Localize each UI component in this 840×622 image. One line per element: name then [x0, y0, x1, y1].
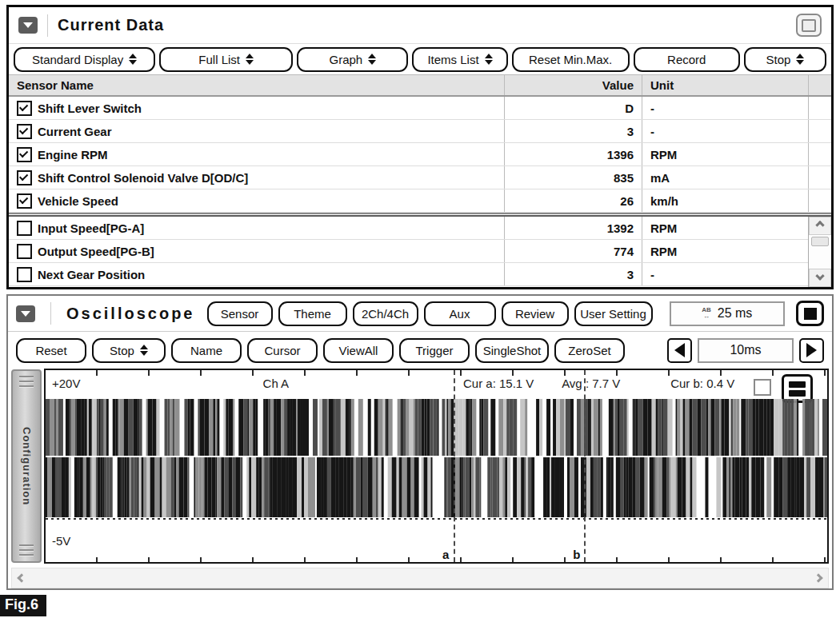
maximize-button[interactable] — [796, 14, 822, 37]
sensor-unit: mA — [642, 166, 808, 189]
button-reset-min-max[interactable]: Reset Min.Max. — [512, 47, 630, 72]
sensor-value: D — [504, 97, 642, 119]
sensor-unit: RPM — [642, 143, 808, 165]
button-trigger[interactable]: Trigger — [399, 338, 470, 363]
sensor-name: Current Gear — [38, 125, 112, 138]
divider — [47, 14, 48, 37]
chevron-down-icon — [815, 271, 824, 280]
button-label: Graph — [330, 53, 363, 66]
timebase-display: 10ms — [698, 338, 794, 363]
button-sensor[interactable]: Sensor — [207, 301, 273, 326]
sensor-table-extra-section: Input Speed[PG-A]1392RPMOutput Speed[PG-… — [9, 217, 831, 287]
grip-icon — [19, 544, 34, 556]
button-theme[interactable]: Theme — [278, 301, 347, 326]
spinner-icon — [368, 54, 376, 65]
button-cursor[interactable]: Cursor — [247, 338, 318, 363]
timebase-decrease-button[interactable] — [667, 338, 692, 363]
button-items-list[interactable]: Items List — [412, 47, 507, 72]
button-viewall[interactable]: ViewAll — [323, 338, 394, 363]
button-graph[interactable]: Graph — [297, 47, 408, 72]
button-full-list[interactable]: Full List — [159, 47, 293, 72]
cursor-a-value-label: Cur a: 15.1 V — [463, 377, 534, 390]
vertical-scrollbar[interactable] — [808, 217, 831, 287]
oscilloscope-control-row: ResetStopNameCursorViewAllTriggerSingleS… — [8, 332, 832, 369]
current-data-titlebar: Current Data — [9, 7, 831, 44]
button-label: Name — [190, 344, 222, 357]
unchecked-checkbox[interactable] — [17, 244, 32, 259]
cursor-time-display: AB ↔ 25 ms — [670, 301, 786, 326]
cursor-b-value-label: Cur b: 0.4 V — [670, 377, 734, 390]
sensor-row-output-speed-pg-b: Output Speed[PG-B]774RPM — [9, 240, 831, 263]
top-tick-marks — [46, 370, 827, 376]
voltage-min-label: -5V — [52, 534, 70, 548]
unchecked-checkbox[interactable] — [17, 267, 32, 282]
button-zeroset[interactable]: ZeroSet — [554, 338, 625, 363]
sensor-name: Next Gear Position — [38, 268, 145, 281]
button-standard-display[interactable]: Standard Display — [14, 47, 155, 72]
cursor-b-line[interactable] — [584, 370, 586, 562]
button-stop[interactable]: Stop — [92, 338, 166, 363]
sensor-name: Vehicle Speed — [38, 194, 118, 208]
spinner-icon — [796, 54, 804, 65]
button-name[interactable]: Name — [171, 338, 242, 363]
sensor-row-current-gear: Current Gear3- — [9, 120, 831, 143]
scroll-down-button[interactable] — [809, 269, 831, 287]
sensor-value: 1392 — [504, 217, 642, 239]
spinner-icon — [246, 54, 254, 65]
collapse-button[interactable] — [16, 305, 35, 322]
configuration-tab[interactable]: Configuration — [11, 369, 42, 563]
button-label: Aux — [450, 307, 470, 321]
sensor-value: 3 — [504, 120, 642, 142]
table-header: Sensor Name Value Unit — [9, 74, 831, 97]
collapse-button[interactable] — [18, 17, 38, 34]
button-reset[interactable]: Reset — [16, 338, 86, 363]
button-label: Sensor — [221, 307, 259, 321]
button-user-setting[interactable]: User Setting — [574, 301, 653, 326]
button-label: Stop — [110, 344, 134, 357]
button-aux[interactable]: Aux — [424, 301, 496, 326]
sensor-unit: - — [642, 263, 808, 285]
scroll-up-button[interactable] — [809, 217, 831, 235]
baseline-dotted-line — [46, 518, 827, 520]
oscilloscope-bottom-buttons: ResetStopNameCursorViewAllTriggerSingleS… — [16, 338, 625, 363]
sensor-row-vehicle-speed: Vehicle Speed26km/h — [9, 189, 831, 213]
sensor-unit: - — [642, 120, 808, 142]
unchecked-checkbox[interactable] — [17, 221, 32, 236]
button-2ch-4ch[interactable]: 2Ch/4Ch — [353, 301, 418, 326]
chevron-down-icon — [23, 22, 33, 28]
scrollbar-thumb[interactable] — [811, 237, 829, 246]
current-data-toolbar: Standard DisplayFull ListGraphItems List… — [9, 44, 831, 74]
timebase-increase-button[interactable] — [799, 338, 824, 363]
horizontal-scrollbar[interactable] — [11, 568, 829, 588]
sensor-table-selected-section: Shift Lever SwitchD-Current Gear3-Engine… — [9, 97, 831, 213]
checked-checkbox[interactable] — [17, 124, 32, 139]
arrow-right-icon — [806, 343, 817, 357]
row-spacer — [808, 120, 831, 142]
cursor-a-marker: a — [442, 548, 449, 561]
button-label: Items List — [427, 53, 478, 66]
channel-checkbox[interactable] — [754, 379, 771, 396]
button-singleshot[interactable]: SingleShot — [475, 338, 549, 363]
chevron-left-icon — [17, 573, 26, 582]
button-record[interactable]: Record — [634, 47, 740, 72]
checked-checkbox[interactable] — [17, 193, 32, 209]
sensor-value: 1396 — [504, 143, 642, 165]
sensor-row-shift-control-solenoid-valve-d-od-c: Shift Control Solenoid Valve D[OD/C]835m… — [9, 166, 831, 189]
checked-checkbox[interactable] — [17, 147, 32, 162]
button-label: Standard Display — [32, 53, 123, 66]
spinner-icon — [129, 54, 137, 65]
sensor-value: 3 — [504, 263, 642, 285]
spinner-icon — [485, 54, 493, 65]
grip-icon — [19, 376, 34, 388]
chevron-up-icon — [815, 220, 824, 229]
checked-checkbox[interactable] — [17, 170, 32, 185]
oscilloscope-panel: Oscilloscope SensorTheme2Ch/4ChAuxReview… — [6, 294, 834, 590]
split-bars-icon — [789, 381, 806, 388]
scope-stop-button[interactable] — [796, 301, 824, 326]
sensor-name: Engine RPM — [38, 148, 108, 161]
cursor-a-line[interactable] — [454, 370, 455, 562]
column-header-unit: Unit — [642, 75, 808, 95]
button-stop[interactable]: Stop — [744, 47, 826, 72]
checked-checkbox[interactable] — [17, 101, 32, 116]
button-review[interactable]: Review — [502, 301, 569, 326]
